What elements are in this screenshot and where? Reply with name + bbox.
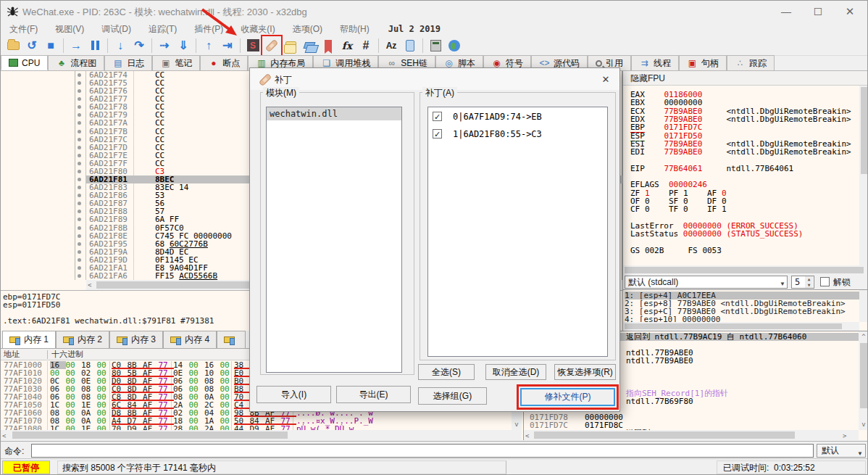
- breakpoint-dot-icon[interactable]: [78, 154, 81, 157]
- patch-list-item[interactable]: ✓0|6A7F1AD9:74->EB: [428, 110, 607, 125]
- tab-线程[interactable]: ⇉线程: [631, 55, 679, 70]
- breakpoint-dot-icon[interactable]: [78, 130, 81, 133]
- menu-item-h[interactable]: 帮助(H): [331, 22, 378, 36]
- minimize-button[interactable]: —: [770, 1, 802, 22]
- patch-checkbox[interactable]: ✓: [433, 112, 442, 121]
- register-row[interactable]: EDI 77B9ABE0 <ntdll.DbgUiRemoteBreakin>: [630, 148, 851, 156]
- breakpoint-dot-icon[interactable]: [78, 250, 81, 254]
- register-row[interactable]: GS 002B FS 0053: [630, 247, 740, 255]
- tab-流程图[interactable]: ♣流程图: [48, 55, 104, 70]
- pause-icon[interactable]: [86, 37, 104, 54]
- breakpoint-dot-icon[interactable]: [78, 266, 81, 270]
- tab-断点[interactable]: ●断点: [200, 55, 248, 70]
- breakpoint-dot-icon[interactable]: [78, 138, 81, 141]
- tab-cpu[interactable]: CPU: [1, 55, 48, 70]
- register-row[interactable]: CF 0 TF 0 IF 1: [630, 205, 746, 213]
- strings-icon[interactable]: Az: [383, 37, 400, 54]
- breakpoint-dot-icon[interactable]: [78, 73, 81, 77]
- breakpoint-dot-icon[interactable]: [78, 81, 81, 85]
- step-down-icon[interactable]: ⇓: [175, 37, 192, 54]
- patch-list[interactable]: ✓0|6A7F1AD9:74->EB✓1|6AD21F80:55->C3: [427, 107, 608, 357]
- register-row[interactable]: LastStatus 00000000 (STATUS_SUCCESS): [630, 230, 803, 238]
- import-button[interactable]: 导入(I): [256, 386, 331, 403]
- run-to-cursor-icon[interactable]: ⇢: [156, 37, 173, 54]
- memory-tab-内存2[interactable]: 内存 2: [56, 331, 109, 348]
- script-icon[interactable]: S: [244, 37, 262, 54]
- breakpoint-dot-icon[interactable]: [78, 242, 81, 246]
- stack-row[interactable]: 0171FD7C0171FD8C: [524, 421, 859, 429]
- registers-hscrollbar[interactable]: [623, 265, 868, 275]
- argument-count-stepper[interactable]: 5▲▼: [791, 276, 814, 289]
- stack-row[interactable]: 0171FD7800000000: [524, 413, 859, 421]
- menu-item-i[interactable]: 收藏夹(I): [232, 22, 283, 36]
- command-input[interactable]: [31, 444, 814, 458]
- dump-hscrollbar[interactable]: <: [1, 430, 522, 440]
- breakpoint-dot-icon[interactable]: [78, 105, 81, 109]
- breakpoint-dot-icon[interactable]: [78, 170, 81, 173]
- select-group-button[interactable]: 选择组(G): [418, 387, 487, 405]
- step-out-icon[interactable]: ↑: [200, 37, 217, 54]
- memory-tab[interactable]: [217, 331, 246, 348]
- breakpoint-dot-icon[interactable]: [78, 89, 81, 93]
- memory-tab-内存4[interactable]: 内存 4: [163, 331, 217, 348]
- arguments-hscrollbar[interactable]: [623, 322, 859, 331]
- breakpoint-dot-icon[interactable]: [78, 146, 81, 149]
- breakpoint-dot-icon[interactable]: [78, 162, 81, 165]
- hide-fpu-button[interactable]: 隐藏FPU: [623, 71, 868, 86]
- breakpoint-dot-icon[interactable]: [78, 121, 81, 125]
- breakpoint-dot-icon[interactable]: [78, 178, 81, 181]
- breakpoint-dot-icon[interactable]: [78, 97, 81, 101]
- breakpoint-dot-icon[interactable]: [78, 218, 81, 221]
- comment-icon[interactable]: [282, 37, 299, 54]
- breakpoint-dot-icon[interactable]: [78, 274, 81, 278]
- menu-item-v[interactable]: 视图(V): [46, 22, 93, 36]
- menu-item-o[interactable]: 选项(O): [284, 22, 331, 36]
- register-row[interactable]: EIP 77B64061 ntdll.77B64061: [630, 165, 793, 173]
- calling-convention-select[interactable]: 默认 (stdcall)▼: [625, 276, 788, 289]
- tab-句柄[interactable]: ▣句柄: [679, 55, 727, 70]
- module-list-item[interactable]: wechatwin.dll: [267, 107, 401, 120]
- patch-icon[interactable]: [263, 37, 280, 54]
- menu-item-d[interactable]: 调试(D): [93, 22, 140, 36]
- notes-device-icon[interactable]: [401, 37, 419, 54]
- maximize-button[interactable]: ☐: [802, 1, 834, 22]
- breakpoint-dot-icon[interactable]: [78, 194, 81, 197]
- tab-跟踪[interactable]: ∴跟踪: [727, 55, 775, 70]
- stop-debug-icon[interactable]: ■: [42, 37, 59, 54]
- patch-file-button[interactable]: 修补文件(P): [520, 388, 615, 406]
- function-icon[interactable]: fx: [338, 37, 356, 54]
- select-all-button[interactable]: 全选(S): [418, 364, 475, 380]
- label-icon[interactable]: [301, 37, 318, 54]
- memory-tab-内存3[interactable]: 内存 3: [109, 331, 163, 348]
- menu-item-f[interactable]: 文件(F): [1, 22, 46, 36]
- step-over-icon[interactable]: ↷: [130, 37, 148, 54]
- calculator-icon[interactable]: [427, 37, 444, 54]
- module-list[interactable]: wechatwin.dll: [266, 107, 402, 373]
- breakpoint-dot-icon[interactable]: [78, 113, 81, 117]
- patch-list-item[interactable]: ✓1|6AD21F80:55->C3: [428, 128, 607, 142]
- globe-icon[interactable]: [446, 37, 463, 54]
- stack-vscrollbar[interactable]: ^ v: [859, 331, 868, 430]
- breakpoint-dot-icon[interactable]: [78, 258, 81, 262]
- export-button[interactable]: 导出(E): [336, 386, 411, 403]
- menu-item-t[interactable]: 追踪(T): [140, 22, 185, 36]
- close-button[interactable]: ✕: [834, 1, 866, 22]
- breakpoint-dot-icon[interactable]: [78, 186, 81, 189]
- arguments-vscrollbar[interactable]: [859, 290, 868, 322]
- menu-item-p[interactable]: 插件(P): [185, 22, 232, 36]
- hash-icon[interactable]: #: [357, 37, 375, 54]
- tab-日志[interactable]: ▤日志: [104, 55, 152, 70]
- open-file-icon[interactable]: [4, 37, 22, 54]
- deselect-all-button[interactable]: 取消全选(D): [485, 364, 546, 380]
- unlock-checkbox[interactable]: [820, 277, 830, 286]
- registers-vscrollbar[interactable]: [859, 86, 868, 265]
- breakpoint-dot-icon[interactable]: [78, 210, 81, 213]
- stack-hscrollbar[interactable]: < >: [524, 430, 859, 440]
- execute-till-return-icon[interactable]: ⇥: [219, 37, 236, 54]
- restore-selection-button[interactable]: 恢复选择项(R): [554, 364, 616, 380]
- memory-tab-内存1[interactable]: 内存 1: [2, 331, 56, 348]
- breakpoint-dot-icon[interactable]: [78, 226, 81, 230]
- command-syntax-select[interactable]: 默认▼: [817, 444, 866, 458]
- patch-dialog-close-icon[interactable]: ✕: [599, 73, 612, 86]
- breakpoint-dot-icon[interactable]: [78, 202, 81, 205]
